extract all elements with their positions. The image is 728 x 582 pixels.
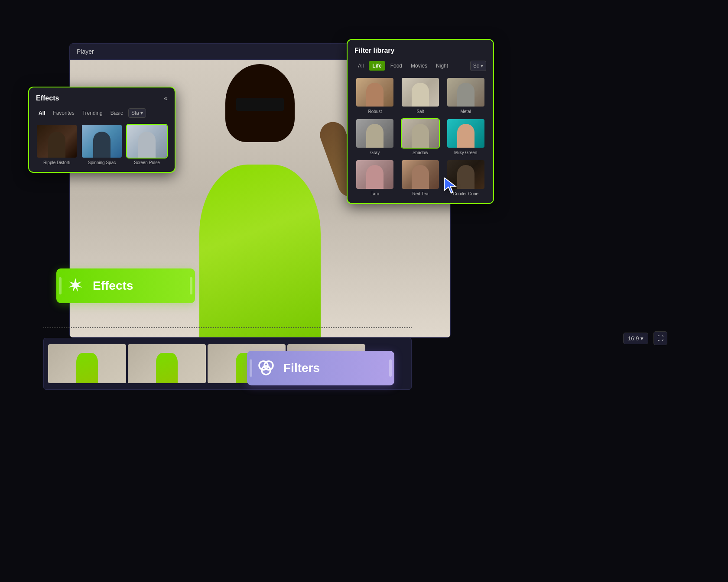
filter-item-gray[interactable]: Gray [354,118,396,155]
filters-banner: Filters [247,351,394,385]
effect-thumb-ripple [36,124,78,158]
fullscreen-button[interactable]: ⛶ [653,331,667,345]
effects-panel-title: Effects [36,94,59,102]
filter-bg-taro [356,160,393,189]
timeline-thumb-2 [128,344,206,383]
filter-grid: Robust Salt Metal [354,77,486,196]
filter-tabs: All Life Food Movies Night Sc ▾ [354,61,486,71]
filter-item-robust[interactable]: Robust [354,77,396,114]
effect-figure-1 [48,132,65,158]
filter-tab-life[interactable]: Life [369,61,385,71]
effect-thumb-spinning [81,124,123,158]
filter-bg-salt [402,78,439,107]
filter-person-redtea [412,165,429,189]
effect-figure-2 [93,132,110,158]
filter-tab-night[interactable]: Night [432,61,452,71]
filter-label-milkygreen: Milky Green [454,150,477,155]
filter-item-metal[interactable]: Metal [445,77,486,114]
filter-item-milkygreen[interactable]: Milky Green [445,118,486,155]
banner-handle-right [190,277,192,294]
effects-grid: Ripple Distorti Spinning Spac Screen Pul… [36,124,168,165]
effects-more-dropdown[interactable]: Sta ▾ [128,108,146,118]
filter-bg-shadow [402,119,439,148]
filter-person-metal [457,83,474,107]
filters-banner-handle-left [250,359,252,377]
filter-thumb-taro [355,159,394,190]
filter-person-salt [412,83,429,107]
player-controls: 16:9 ▾ ⛶ [623,331,667,345]
filter-tab-all[interactable]: All [354,61,367,71]
filter-more-dropdown[interactable]: Sc ▾ [470,61,486,71]
effect-item-screenpulse[interactable]: Screen Pulse [126,124,168,165]
filter-item-redtea[interactable]: Red Tea [400,159,441,196]
timeline-line [43,327,412,328]
filter-panel-title: Filter library [354,47,486,55]
filters-banner-label: Filters [283,361,320,375]
filter-thumb-shadow [401,118,440,149]
effects-collapse-button[interactable]: « [164,94,168,102]
effect-item-spinning[interactable]: Spinning Spac [81,124,123,165]
sunglasses [236,98,284,111]
woman-body [199,165,321,338]
effect-label-ripple: Ripple Distorti [43,160,70,165]
filter-person-milkygreen [457,124,474,148]
effects-banner: Effects [56,268,195,303]
filter-person-gray [366,124,384,148]
filter-label-metal: Metal [460,109,471,114]
filter-item-taro[interactable]: Taro [354,159,396,196]
filter-label-robust: Robust [368,109,382,114]
banner-handle-left [59,277,62,294]
effects-tab-basic[interactable]: Basic [108,109,126,117]
effects-panel-header: Effects « [36,94,168,102]
filter-thumb-salt [401,77,440,107]
effect-thumb-screenpulse [126,124,168,158]
filter-item-salt[interactable]: Salt [400,77,441,114]
effects-tabs: All Favorites Trending Basic Sta ▾ [36,108,168,118]
effect-bg-3 [127,125,167,158]
filter-bg-gray [356,119,393,148]
filter-person-taro [366,165,384,189]
effects-banner-label: Effects [93,279,133,293]
filter-tab-food[interactable]: Food [387,61,406,71]
filter-thumb-milkygreen [446,118,485,149]
thumb-person-2 [156,353,178,383]
filter-label-taro: Taro [371,191,379,196]
timeline-thumb-1 [48,344,126,383]
filters-banner-icon [256,358,276,378]
svg-marker-0 [444,178,455,193]
player-title: Player [77,48,94,55]
filter-bg-robust [356,78,393,107]
filter-bg-milkygreen [447,119,484,148]
effect-bg-2 [82,125,122,158]
filter-bg-metal [447,78,484,107]
filter-tab-movies[interactable]: Movies [407,61,431,71]
aspect-ratio-label: 16:9 ▾ [628,335,644,342]
filter-thumb-robust [355,77,394,107]
thumb-person-1 [76,353,98,383]
filter-bg-redtea [402,160,439,189]
aspect-ratio-button[interactable]: 16:9 ▾ [623,333,648,344]
effects-banner-icon [65,275,86,296]
filter-label-gray: Gray [370,150,380,155]
filter-label-redtea: Red Tea [412,191,428,196]
effects-tab-trending[interactable]: Trending [80,109,105,117]
effect-item-ripple[interactable]: Ripple Distorti [36,124,78,165]
filter-item-shadow[interactable]: Shadow [400,118,441,155]
effect-figure-3 [138,132,156,158]
filter-thumb-gray [355,118,394,149]
effects-panel: Effects « All Favorites Trending Basic S… [28,87,176,173]
effect-bg-1 [37,125,77,158]
filter-label-shadow: Shadow [413,150,428,155]
effect-label-spinning: Spinning Spac [88,160,116,165]
filter-person-shadow [412,124,429,148]
fullscreen-icon: ⛶ [657,335,663,342]
effect-label-screenpulse: Screen Pulse [134,160,159,165]
effects-tab-all[interactable]: All [36,109,48,117]
filter-label-salt: Salt [416,109,424,114]
filters-banner-handle-right [389,359,392,377]
filter-thumb-metal [446,77,485,107]
effects-tab-favorites[interactable]: Favorites [50,109,77,117]
filter-person-robust [366,83,384,107]
filter-thumb-redtea [401,159,440,190]
filter-panel: Filter library All Life Food Movies Nigh… [347,39,494,204]
